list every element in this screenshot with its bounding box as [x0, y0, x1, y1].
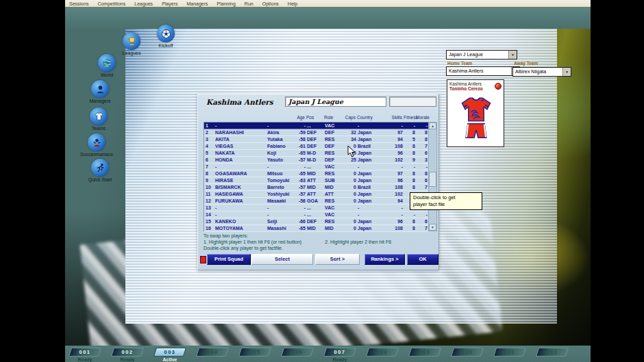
- window-league-box[interactable]: Japan J League: [285, 96, 386, 107]
- session-tab-005[interactable]: 005: [238, 348, 271, 357]
- cell-forename: Yasuto: [267, 157, 293, 163]
- squad-table: 1---...VAC----2NARAHASHIAkira-59DEFDEF32…: [203, 122, 428, 231]
- cell-pos: MID: [307, 225, 325, 231]
- tooltip-line-2: player fact file: [413, 201, 479, 208]
- home-team-label: Home Team: [447, 61, 472, 66]
- cell-pos: ...: [307, 164, 325, 170]
- table-row[interactable]: 3AKITAYutaka-58DEFRES34Japan9458: [204, 136, 428, 143]
- table-row[interactable]: 9HIRASETomoyuki-63ATTSUB0Japan9686: [204, 177, 428, 184]
- scroll-down-icon[interactable]: ▼: [429, 224, 436, 231]
- cell-country: -: [358, 122, 385, 129]
- menu-players[interactable]: Players: [162, 0, 177, 8]
- session-tab-003[interactable]: 003: [153, 348, 186, 357]
- menu-leagues[interactable]: Leagues: [134, 0, 153, 8]
- table-row-vacant[interactable]: 1---...VAC----: [204, 122, 428, 129]
- session-tab-number: 001: [71, 348, 99, 356]
- cell-forename: Tomoyuki: [267, 177, 293, 183]
- table-row-vacant[interactable]: 13---...VAC----: [204, 205, 428, 211]
- desktop-icon-world[interactable]: World: [83, 54, 131, 77]
- column-header-role[interactable]: Role: [324, 114, 343, 121]
- cell-fitness: 8: [404, 129, 417, 135]
- table-row[interactable]: 10BISMARCKBarreto-57MIDMID0Brazil10887: [204, 184, 428, 191]
- session-tab-011[interactable]: 011: [493, 348, 526, 357]
- chevron-down-icon[interactable]: ▼: [508, 51, 517, 59]
- table-row-vacant[interactable]: 14---...VAC----: [204, 211, 428, 218]
- cell-surname: FURUKAWA: [215, 198, 267, 204]
- cell-n: 12: [204, 198, 215, 204]
- desktop-icon-soccermaniacs[interactable]: Soccermaniacs: [73, 133, 121, 157]
- column-header-pos[interactable]: Pos: [306, 114, 324, 121]
- session-tab-002[interactable]: 002: [111, 348, 144, 357]
- session-tab-010[interactable]: 010: [451, 348, 484, 357]
- desktop-icon-quick_start[interactable]: Quick Start: [76, 159, 124, 182]
- league-select[interactable]: Japan J League ▼: [446, 50, 517, 60]
- session-tab-008[interactable]: 008: [366, 348, 399, 357]
- session-tab-007[interactable]: 007: [323, 348, 356, 357]
- column-header-skills[interactable]: Skills: [384, 114, 404, 121]
- cell-surname: HIRASE: [215, 177, 267, 183]
- table-row[interactable]: 11HASEGAWAYoshiyuki-57ATTATT0Japan1027: [204, 191, 428, 198]
- cell-caps: [344, 211, 358, 218]
- home-team-select[interactable]: Kashima Antlers ▼: [446, 66, 520, 76]
- menu-sessions[interactable]: Sessions: [69, 0, 88, 8]
- menu-planning[interactable]: Planning: [217, 0, 236, 8]
- cell-surname: HONDA: [215, 157, 267, 163]
- column-header-fitness[interactable]: Fitness: [404, 114, 416, 121]
- cell-forename: Yutaka: [267, 136, 293, 142]
- table-row[interactable]: 8OGASAWARAMitsuo-65MIDRES0Japan9788: [204, 170, 428, 177]
- session-tab-004[interactable]: 004: [196, 348, 229, 357]
- cell-skills: -: [385, 211, 404, 218]
- away-team-select[interactable]: Albirex Niigata ▼: [512, 67, 571, 77]
- session-tab-012[interactable]: 012: [536, 348, 569, 357]
- cell-n: 11: [204, 191, 215, 197]
- chevron-down-icon[interactable]: ▼: [562, 68, 571, 76]
- menu-options[interactable]: Options: [262, 0, 279, 8]
- cell-n: 2: [204, 129, 215, 135]
- cell-country: -: [358, 211, 385, 218]
- menu-run[interactable]: Run: [245, 0, 253, 8]
- table-row[interactable]: 4VIEGASFabiano-61DEFDEF0Brazil10887: [204, 143, 428, 150]
- session-tab-001[interactable]: 001: [69, 348, 101, 357]
- session-state-label: Ready: [107, 357, 148, 362]
- scroll-up-icon[interactable]: ▲: [429, 122, 436, 129]
- cell-n: 10: [204, 184, 215, 190]
- select-button[interactable]: Select: [251, 254, 313, 265]
- column-header-morale[interactable]: Morale: [416, 114, 428, 121]
- cell-surname: HASEGAWA: [215, 191, 267, 197]
- rankings-button[interactable]: Rankings >: [364, 254, 405, 265]
- cell-skills: 108: [385, 143, 404, 149]
- cell-morale: -: [417, 122, 429, 129]
- sort-button[interactable]: Sort >: [315, 254, 360, 265]
- table-row-vacant[interactable]: 7---...VAC----: [204, 164, 428, 170]
- column-header-country[interactable]: Country: [357, 114, 384, 121]
- red-ball-icon[interactable]: [495, 83, 501, 90]
- table-row[interactable]: 6HONDAYasuto-57M-DDEF25Japan10293: [204, 157, 428, 164]
- desktop-icon-managers[interactable]: Managers: [76, 80, 124, 103]
- menu-help[interactable]: Help: [288, 0, 297, 8]
- league-select-value: Japan J League: [449, 52, 483, 57]
- print-squad-button[interactable]: Print Squad: [207, 254, 251, 265]
- cell-n: 6: [204, 157, 215, 163]
- desktop-icon-kickoff[interactable]: Kickoff: [142, 25, 190, 48]
- cell-pos: GOA: [307, 198, 325, 204]
- column-header-caps[interactable]: Caps: [343, 114, 357, 121]
- table-row[interactable]: 5NAKATAKoji-65M-DRES20Japan9686: [204, 150, 428, 157]
- desktop-icon-teams[interactable]: Teams: [75, 107, 123, 131]
- red-button-icon[interactable]: [200, 256, 206, 263]
- scrollbar-thumb[interactable]: [429, 172, 436, 187]
- ok-button[interactable]: OK: [407, 254, 438, 265]
- table-row[interactable]: 2NARAHASHIAkira-59DEFDEF32Japan9788: [204, 129, 428, 136]
- table-row[interactable]: 12FURUKAWAMasaaki-56GOARES0Japan9410: [204, 198, 428, 205]
- cell-n: 9: [204, 177, 215, 183]
- session-tab-009[interactable]: 009: [408, 348, 441, 357]
- cell-fitness: -: [404, 164, 417, 170]
- menu-managers[interactable]: Managers: [186, 0, 208, 8]
- table-row[interactable]: 16MOTOYAMAMasashi-65MIDMID0Japan10887: [204, 225, 428, 232]
- session-tab-006[interactable]: 006: [281, 348, 314, 357]
- table-scrollbar[interactable]: ▲ ▼: [428, 122, 437, 231]
- column-header-age[interactable]: Age: [293, 114, 306, 121]
- menu-competitions[interactable]: Competitions: [97, 0, 125, 8]
- window-empty-box[interactable]: [389, 96, 436, 107]
- table-row[interactable]: 15KANEKOSeiji-66DEFRES0Japan9686: [204, 218, 428, 225]
- cell-fitness: 8: [404, 150, 417, 156]
